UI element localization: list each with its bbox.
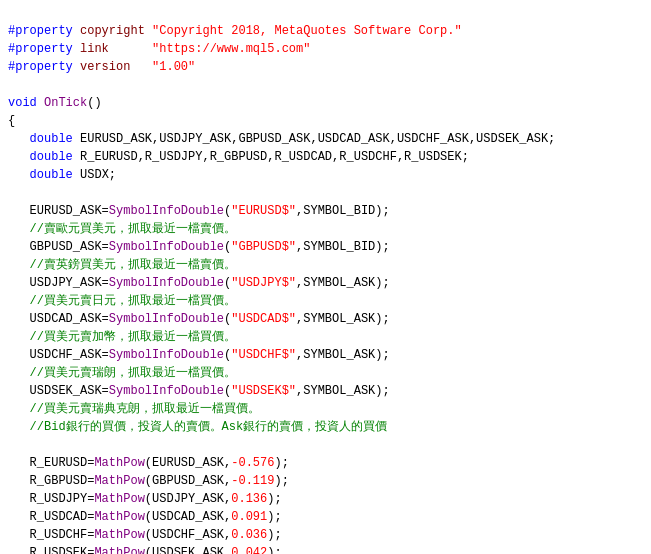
code-editor: #property copyright "Copyright 2018, Met…	[0, 0, 651, 554]
line-1: #property copyright "Copyright 2018, Met…	[8, 24, 555, 554]
